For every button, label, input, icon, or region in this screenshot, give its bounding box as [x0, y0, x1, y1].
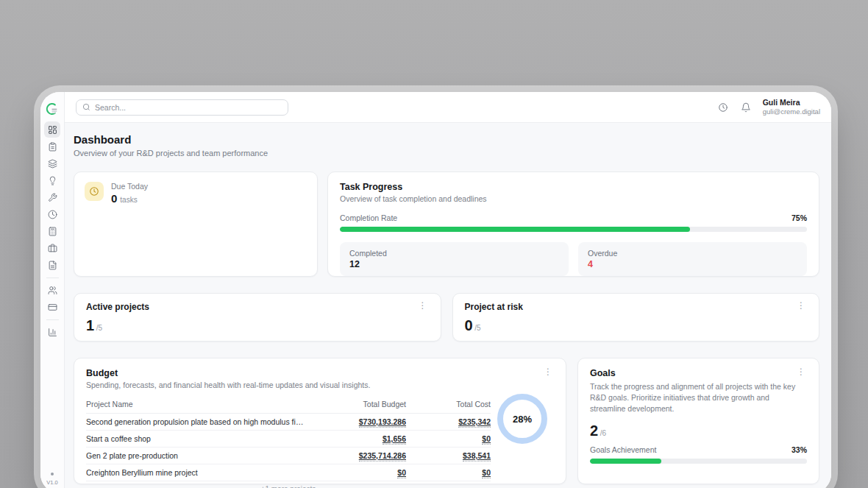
sidebar-item-team[interactable] [44, 282, 60, 298]
kebab-menu-icon[interactable] [542, 368, 554, 375]
lightbulb-icon [48, 176, 57, 185]
due-today-label: Due Today [111, 182, 148, 191]
total-cost-cell[interactable]: $235,342 [458, 417, 491, 428]
dashboard-grid-icon [48, 125, 57, 135]
page-subtitle: Overview of your R&D projects and team p… [74, 149, 819, 158]
completion-rate-value: 75% [791, 213, 807, 222]
topbar: Guli Meira guli@creme.digital [65, 92, 831, 123]
file-text-icon [48, 261, 57, 270]
clock-icon [48, 210, 57, 219]
bar-chart-icon [48, 328, 57, 337]
total-cost-cell[interactable]: $0 [482, 434, 491, 445]
task-progress-card: Task Progress Overview of task completio… [327, 171, 819, 277]
sidebar-item-ideas[interactable] [44, 172, 60, 188]
goals-achievement-bar [590, 459, 807, 464]
app-window: V1.0 Guli Meira guli@creme.digital [40, 92, 831, 488]
notifications-button[interactable] [740, 102, 752, 113]
overdue-label: Overdue [588, 249, 797, 258]
sidebar-divider [46, 277, 59, 278]
budget-table: Project Name Total Budget Total Cost Sec… [86, 395, 491, 488]
budget-donut-value: 28% [513, 414, 532, 425]
sidebar-item-time-tracking[interactable] [44, 206, 60, 222]
status-dot-icon [51, 473, 54, 475]
creme-logo-icon [45, 102, 60, 116]
project-at-risk-value: 0 [465, 317, 473, 334]
user-name: Guli Meira [763, 98, 820, 107]
table-row[interactable]: Second generation propulsion plate based… [86, 414, 491, 431]
history-button[interactable] [717, 102, 729, 113]
project-name-cell[interactable]: Gen 2 plate pre-production [86, 448, 307, 464]
due-today-card: Due Today 0 tasks [74, 171, 318, 277]
table-row[interactable]: Gen 2 plate pre-production $235,714.286 … [86, 448, 491, 464]
task-progress-title: Task Progress [340, 182, 807, 192]
sidebar-item-dashboard[interactable] [44, 121, 60, 138]
column-header-project-name: Project Name [86, 395, 307, 414]
page-title: Dashboard [74, 133, 819, 146]
credit-card-icon [48, 303, 57, 312]
sidebar-item-analytics[interactable] [44, 324, 60, 340]
search-box[interactable] [76, 99, 288, 116]
total-cost-cell[interactable]: $0 [482, 468, 491, 478]
sidebar-item-billing[interactable] [44, 299, 60, 315]
sidebar-item-calculator[interactable] [44, 223, 60, 239]
total-budget-cell[interactable]: $0 [397, 468, 406, 478]
sidebar-footer: V1.0 [46, 473, 57, 486]
column-header-total-budget: Total Budget [307, 395, 406, 414]
briefcase-icon [48, 244, 57, 253]
users-icon [48, 286, 57, 295]
bell-icon [741, 102, 751, 113]
wrench-icon [48, 193, 57, 202]
project-name-cell[interactable]: Creighton Beryllium mine project [86, 464, 307, 481]
overdue-stat: Overdue 4 [578, 242, 807, 276]
budget-donut-chart: 28% [497, 394, 547, 444]
goals-card: Goals Track the progress and alignment o… [577, 358, 819, 484]
due-today-value: 0 [111, 192, 117, 205]
kebab-menu-icon[interactable] [795, 368, 807, 375]
completed-value: 12 [349, 259, 559, 269]
sidebar: V1.0 [40, 92, 65, 488]
app-version: V1.0 [46, 479, 57, 486]
overdue-value: 4 [588, 259, 797, 269]
layers-icon [48, 159, 57, 169]
sidebar-item-tasks[interactable] [44, 138, 60, 155]
project-at-risk-card: Project at risk 0 /5 [452, 293, 820, 342]
more-projects-link[interactable]: +1 more projects [86, 485, 491, 488]
due-today-iconbox [85, 182, 104, 201]
total-budget-cell[interactable]: $730,193.286 [359, 417, 406, 428]
total-budget-cell[interactable]: $235,714.286 [359, 451, 406, 462]
budget-title: Budget [86, 368, 118, 378]
sidebar-item-portfolio[interactable] [44, 240, 60, 256]
main-area: Guli Meira guli@creme.digital Dashboard … [65, 92, 831, 488]
completion-rate-label: Completion Rate [340, 213, 397, 222]
total-cost-cell[interactable]: $38,541 [463, 451, 491, 462]
active-projects-value: 1 [86, 317, 94, 334]
sidebar-item-projects[interactable] [44, 155, 60, 171]
sidebar-item-documents[interactable] [44, 257, 60, 273]
goals-title: Goals [590, 368, 616, 378]
total-budget-cell[interactable]: $1,656 [383, 434, 406, 445]
calculator-icon [48, 227, 57, 236]
clock-icon [718, 102, 728, 113]
active-projects-title: Active projects [86, 302, 149, 312]
active-projects-total: /5 [96, 324, 102, 332]
dashboard-content: Dashboard Overview of your R&D projects … [65, 123, 831, 488]
kebab-menu-icon[interactable] [795, 302, 807, 309]
sidebar-item-tools[interactable] [44, 189, 60, 205]
completed-label: Completed [349, 249, 559, 258]
goals-achievement-value: 33% [791, 445, 807, 454]
task-progress-subtitle: Overview of task completion and deadline… [340, 194, 807, 203]
table-row[interactable]: Start a coffee shop $1,656 $0 [86, 431, 491, 448]
active-projects-card: Active projects 1 /5 [74, 293, 441, 342]
budget-donut-wrap: 28% [491, 389, 554, 488]
project-name-cell[interactable]: Start a coffee shop [86, 431, 307, 448]
kebab-menu-icon[interactable] [417, 302, 429, 309]
search-icon [82, 103, 90, 111]
user-menu[interactable]: Guli Meira guli@creme.digital [763, 98, 820, 116]
goals-achievement-bar-fill [590, 459, 661, 464]
project-name-cell[interactable]: Second generation propulsion plate based… [86, 414, 307, 431]
table-row[interactable]: Creighton Beryllium mine project $0 $0 [86, 464, 491, 481]
alarm-clock-icon [89, 186, 99, 197]
search-input[interactable] [95, 103, 282, 112]
project-at-risk-title: Project at risk [465, 302, 523, 312]
due-today-unit: tasks [120, 196, 137, 204]
